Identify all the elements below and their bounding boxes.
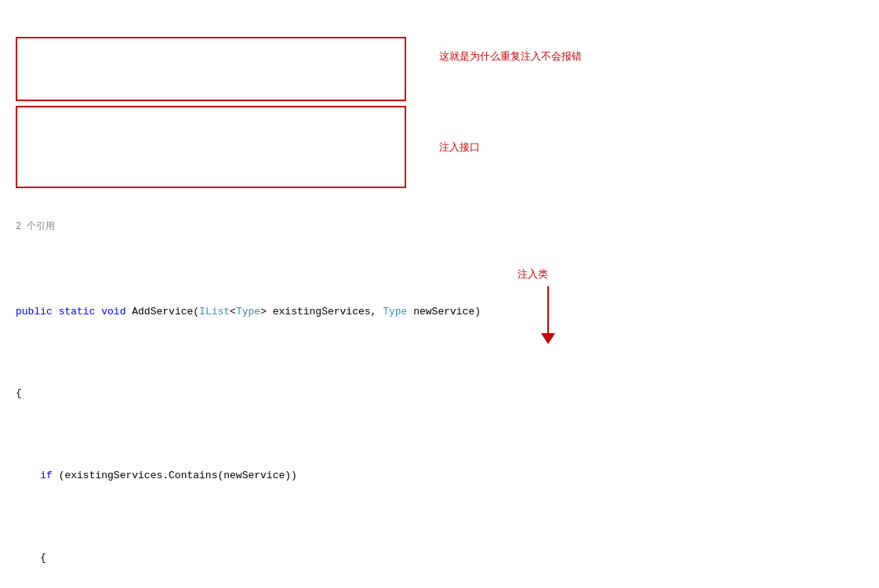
code-line-open-brace: { [16, 385, 879, 401]
annotation-3: 注入类 [518, 267, 548, 283]
ref-count: 2 个引用 [16, 220, 879, 234]
highlight-box-1 [16, 37, 406, 101]
annotation-2: 注入接口 [439, 140, 480, 156]
code-line-if-exists: if (existingServices.Contains(newService… [16, 467, 879, 484]
annotation-1: 这就是为什么重复注入不会报错 [439, 49, 582, 65]
code-container: 这就是为什么重复注入不会报错 注入接口 注入类 2 个引用 public sta… [0, 0, 879, 588]
code-line-method-sig: public static void AddService(IList<Type… [16, 303, 879, 320]
highlight-box-2 [16, 106, 406, 188]
code-line-inner-open1: { [16, 550, 879, 566]
